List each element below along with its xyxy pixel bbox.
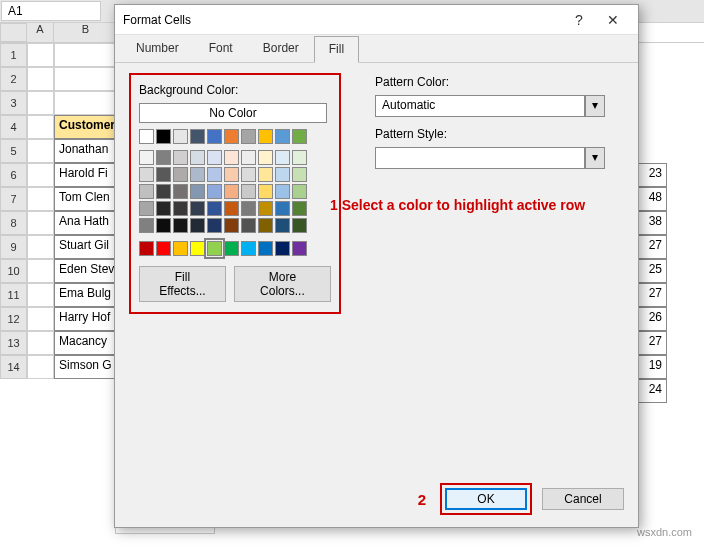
color-swatch[interactable] — [156, 150, 171, 165]
chevron-down-icon[interactable]: ▾ — [585, 95, 605, 117]
color-swatch[interactable] — [241, 184, 256, 199]
row-header[interactable]: 7 — [0, 187, 27, 211]
pattern-color-combo[interactable]: Automatic ▾ — [375, 95, 605, 117]
close-button[interactable]: ✕ — [596, 12, 630, 28]
color-swatch[interactable] — [224, 150, 239, 165]
color-swatch[interactable] — [275, 150, 290, 165]
cell[interactable]: Ana Hath — [54, 211, 118, 235]
cell[interactable] — [27, 139, 54, 163]
color-swatch[interactable] — [224, 184, 239, 199]
color-swatch[interactable] — [173, 201, 188, 216]
color-swatch[interactable] — [207, 129, 222, 144]
row-header[interactable]: 4 — [0, 115, 27, 139]
cell[interactable]: Tom Clen — [54, 187, 118, 211]
tab-number[interactable]: Number — [121, 35, 194, 62]
cell[interactable]: Macancy — [54, 331, 118, 355]
color-swatch[interactable] — [292, 167, 307, 182]
color-swatch[interactable] — [173, 241, 188, 256]
color-swatch[interactable] — [224, 129, 239, 144]
color-swatch[interactable] — [258, 201, 273, 216]
tab-fill[interactable]: Fill — [314, 36, 359, 63]
color-swatch[interactable] — [190, 167, 205, 182]
cell[interactable]: 23 — [637, 163, 667, 187]
more-colors-button[interactable]: More Colors... — [234, 266, 331, 302]
cell[interactable] — [27, 355, 54, 379]
cell[interactable] — [27, 91, 54, 115]
color-swatch[interactable] — [275, 184, 290, 199]
color-swatch[interactable] — [173, 184, 188, 199]
color-swatch[interactable] — [292, 184, 307, 199]
cell[interactable] — [54, 67, 118, 91]
color-swatch[interactable] — [156, 218, 171, 233]
no-color-button[interactable]: No Color — [139, 103, 327, 123]
cell[interactable] — [27, 163, 54, 187]
cell[interactable]: 38 — [637, 211, 667, 235]
color-swatch[interactable] — [241, 129, 256, 144]
row-header[interactable]: 14 — [0, 355, 27, 379]
cell[interactable]: 27 — [637, 331, 667, 355]
cell[interactable]: Jonathan — [54, 139, 118, 163]
color-swatch[interactable] — [292, 129, 307, 144]
row-header[interactable]: 1 — [0, 43, 27, 67]
ok-button[interactable]: OK — [445, 488, 527, 510]
color-swatch[interactable] — [139, 218, 154, 233]
color-swatch[interactable] — [241, 241, 256, 256]
color-swatch[interactable] — [258, 184, 273, 199]
cell[interactable]: 27 — [637, 235, 667, 259]
cell[interactable]: Harold Fi — [54, 163, 118, 187]
row-header[interactable]: 12 — [0, 307, 27, 331]
pattern-style-combo[interactable]: ▾ — [375, 147, 605, 169]
cell[interactable] — [27, 331, 54, 355]
color-swatch[interactable] — [258, 218, 273, 233]
row-header[interactable]: 9 — [0, 235, 27, 259]
color-swatch[interactable] — [139, 150, 154, 165]
cell[interactable]: Customer — [54, 115, 118, 139]
color-swatch[interactable] — [207, 241, 222, 256]
color-swatch[interactable] — [224, 241, 239, 256]
color-swatch[interactable] — [156, 201, 171, 216]
cell[interactable] — [27, 187, 54, 211]
color-swatch[interactable] — [241, 218, 256, 233]
color-swatch[interactable] — [292, 150, 307, 165]
color-swatch[interactable] — [207, 218, 222, 233]
color-swatch[interactable] — [275, 201, 290, 216]
cell[interactable] — [27, 235, 54, 259]
color-swatch[interactable] — [173, 150, 188, 165]
color-swatch[interactable] — [207, 184, 222, 199]
color-swatch[interactable] — [139, 167, 154, 182]
color-swatch[interactable] — [173, 167, 188, 182]
color-swatch[interactable] — [173, 218, 188, 233]
cell[interactable]: 24 — [637, 379, 667, 403]
cell[interactable] — [54, 43, 118, 67]
cell[interactable]: 19 — [637, 355, 667, 379]
color-swatch[interactable] — [190, 184, 205, 199]
cell[interactable] — [27, 43, 54, 67]
color-swatch[interactable] — [258, 129, 273, 144]
cell[interactable]: 27 — [637, 283, 667, 307]
color-swatch[interactable] — [156, 129, 171, 144]
cell[interactable]: Ema Bulg — [54, 283, 118, 307]
row-header[interactable]: 3 — [0, 91, 27, 115]
cell[interactable] — [27, 211, 54, 235]
cell[interactable] — [27, 259, 54, 283]
col-header-A[interactable]: A — [27, 23, 54, 42]
tab-font[interactable]: Font — [194, 35, 248, 62]
cell[interactable]: Simson G — [54, 355, 118, 379]
color-swatch[interactable] — [224, 201, 239, 216]
cancel-button[interactable]: Cancel — [542, 488, 624, 510]
color-swatch[interactable] — [258, 150, 273, 165]
color-swatch[interactable] — [156, 184, 171, 199]
color-swatch[interactable] — [156, 167, 171, 182]
color-swatch[interactable] — [139, 241, 154, 256]
row-header[interactable]: 8 — [0, 211, 27, 235]
color-swatch[interactable] — [241, 167, 256, 182]
color-swatch[interactable] — [275, 218, 290, 233]
cell[interactable] — [27, 307, 54, 331]
row-header[interactable]: 6 — [0, 163, 27, 187]
row-header[interactable]: 5 — [0, 139, 27, 163]
row-header[interactable]: 2 — [0, 67, 27, 91]
tab-border[interactable]: Border — [248, 35, 314, 62]
color-swatch[interactable] — [190, 129, 205, 144]
cell[interactable]: Harry Hof — [54, 307, 118, 331]
help-button[interactable]: ? — [562, 12, 596, 28]
